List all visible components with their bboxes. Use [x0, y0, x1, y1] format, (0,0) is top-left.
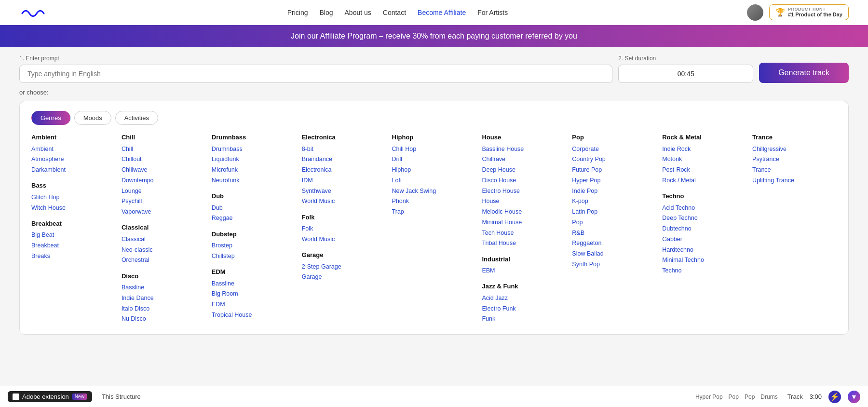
genre-deep-techno[interactable]: Deep Techno	[662, 213, 746, 224]
genre-bassline-house[interactable]: Bassline House	[482, 144, 566, 154]
genre-country-pop[interactable]: Country Pop	[572, 154, 656, 165]
genre-braindance[interactable]: Braindance	[302, 154, 386, 165]
genre-big-room[interactable]: Big Room	[212, 289, 296, 299]
genre-kpop[interactable]: K-pop	[572, 196, 656, 207]
genre-techno[interactable]: Techno	[662, 266, 746, 276]
genre-8bit[interactable]: 8-bit	[302, 144, 386, 154]
genre-edm[interactable]: EDM	[212, 299, 296, 310]
genre-minimal-house[interactable]: Minimal House	[482, 217, 566, 228]
genre-reggae[interactable]: Reggae	[212, 213, 296, 224]
genre-chill[interactable]: Chill	[122, 144, 206, 154]
genre-chill-hop[interactable]: Chill Hop	[392, 144, 476, 154]
genre-world-music-e[interactable]: World Music	[302, 196, 386, 207]
nav-blog[interactable]: Blog	[320, 9, 333, 16]
genre-acid-jazz[interactable]: Acid Jazz	[482, 293, 566, 303]
genre-tech-house[interactable]: Tech House	[482, 228, 566, 238]
genre-synthwave[interactable]: Synthwave	[302, 186, 386, 196]
tab-genres[interactable]: Genres	[31, 111, 70, 125]
genre-folk[interactable]: Folk	[302, 224, 386, 234]
genre-chillout[interactable]: Chillout	[122, 154, 206, 165]
genre-breaks[interactable]: Breaks	[31, 251, 116, 261]
genre-post-rock[interactable]: Post-Rock	[662, 165, 746, 176]
genre-world-music[interactable]: World Music	[302, 234, 386, 244]
nav-artists[interactable]: For Artists	[477, 9, 508, 16]
genre-bassline-edm[interactable]: Bassline	[212, 278, 296, 289]
genre-indie-pop[interactable]: Indie Pop	[572, 186, 656, 196]
genre-vaporwave[interactable]: Vaporwave	[122, 207, 206, 217]
genre-rnb[interactable]: R&B	[572, 228, 656, 238]
genre-electro-house[interactable]: Electro House	[482, 186, 566, 196]
genre-hardtechno[interactable]: Hardtechno	[662, 244, 746, 255]
genre-reggaeton[interactable]: Reggaeton	[572, 238, 656, 249]
genre-drill[interactable]: Drill	[392, 154, 476, 165]
genre-tribal-house[interactable]: Tribal House	[482, 238, 566, 249]
genre-psychill[interactable]: Psychill	[122, 196, 206, 207]
genre-microfunk[interactable]: Microfunk	[212, 165, 296, 176]
genre-big-beat[interactable]: Big Beat	[31, 230, 116, 241]
genre-deep-house[interactable]: Deep House	[482, 165, 566, 176]
nav-pricing[interactable]: Pricing	[287, 9, 308, 16]
genre-classical[interactable]: Classical	[122, 234, 206, 244]
genre-indie-dance[interactable]: Indie Dance	[122, 293, 206, 303]
genre-chillgressive[interactable]: Chillgressive	[752, 144, 837, 154]
genre-downtempo[interactable]: Downtempo	[122, 175, 206, 186]
genre-ebm[interactable]: EBM	[482, 266, 566, 276]
genre-electronica[interactable]: Electronica	[302, 165, 386, 176]
genre-synth-pop[interactable]: Synth Pop	[572, 259, 656, 270]
genre-latin-pop[interactable]: Latin Pop	[572, 207, 656, 217]
genre-funk[interactable]: Funk	[482, 314, 566, 325]
genre-trance[interactable]: Trance	[752, 165, 837, 176]
genre-dubtechno[interactable]: Dubtechno	[662, 224, 746, 234]
genre-hiphop[interactable]: Hiphop	[392, 165, 476, 176]
genre-garage[interactable]: Garage	[302, 272, 386, 283]
genre-phonk[interactable]: Phonk	[392, 196, 476, 207]
genre-glitch-hop[interactable]: Glitch Hop	[31, 192, 116, 203]
avatar[interactable]	[747, 4, 763, 21]
genre-gabber[interactable]: Gabber	[662, 234, 746, 244]
genre-darkambient[interactable]: Darkambient	[31, 165, 116, 176]
genre-lounge[interactable]: Lounge	[122, 186, 206, 196]
genre-pop[interactable]: Pop	[572, 217, 656, 228]
duration-input[interactable]	[618, 65, 753, 83]
genre-witch-house[interactable]: Witch House	[31, 203, 116, 213]
genre-breakbeat[interactable]: Breakbeat	[31, 241, 116, 251]
genre-neo-classic[interactable]: Neo-classic	[122, 244, 206, 255]
genre-brostep[interactable]: Brostep	[212, 241, 296, 251]
genre-minimal-techno[interactable]: Minimal Techno	[662, 255, 746, 266]
tab-moods[interactable]: Moods	[74, 111, 111, 125]
tab-activities[interactable]: Activities	[115, 111, 158, 125]
genre-orchestral[interactable]: Orchestral	[122, 255, 206, 266]
genre-idm[interactable]: IDM	[302, 175, 386, 186]
genre-drumnbass[interactable]: Drumnbass	[212, 144, 296, 154]
genre-2step[interactable]: 2-Step Garage	[302, 261, 386, 272]
genre-house[interactable]: House	[482, 196, 566, 207]
genre-melodic-house[interactable]: Melodic House	[482, 207, 566, 217]
genre-hyper-pop[interactable]: Hyper Pop	[572, 175, 656, 186]
genre-chillstep[interactable]: Chillstep	[212, 251, 296, 261]
genre-acid-techno[interactable]: Acid Techno	[662, 203, 746, 213]
genre-motorik[interactable]: Motorik	[662, 154, 746, 165]
genre-nu-disco[interactable]: Nu Disco	[122, 314, 206, 325]
genre-slow-ballad[interactable]: Slow Ballad	[572, 249, 656, 259]
genre-atmosphere[interactable]: Atmosphere	[31, 154, 116, 165]
genre-disco-house[interactable]: Disco House	[482, 175, 566, 186]
genre-bassline-disco[interactable]: Bassline	[122, 283, 206, 293]
logo[interactable]	[19, 5, 48, 20]
genre-psytrance[interactable]: Psytrance	[752, 154, 837, 165]
genre-liquidfunk[interactable]: Liquidfunk	[212, 154, 296, 165]
genre-dub[interactable]: Dub	[212, 203, 296, 213]
genre-uplifting-trance[interactable]: Uplifting Trance	[752, 175, 837, 186]
generate-button[interactable]: Generate track	[759, 63, 849, 83]
genre-neurofunk[interactable]: Neurofunk	[212, 175, 296, 186]
genre-corporate[interactable]: Corporate	[572, 144, 656, 154]
genre-indie-rock[interactable]: Indie Rock	[662, 144, 746, 154]
genre-lofi[interactable]: Lofi	[392, 175, 476, 186]
genre-future-pop[interactable]: Future Pop	[572, 165, 656, 176]
genre-ambient[interactable]: Ambient	[31, 144, 116, 154]
genre-new-jack-swing[interactable]: New Jack Swing	[392, 186, 476, 196]
product-hunt-badge[interactable]: 🏆 PRODUCT HUNT #1 Product of the Day	[769, 4, 849, 21]
genre-trap[interactable]: Trap	[392, 207, 476, 217]
genre-chillrave[interactable]: Chillrave	[482, 154, 566, 165]
genre-electro-funk[interactable]: Electro Funk	[482, 303, 566, 314]
genre-tropical-house[interactable]: Tropical House	[212, 310, 296, 320]
